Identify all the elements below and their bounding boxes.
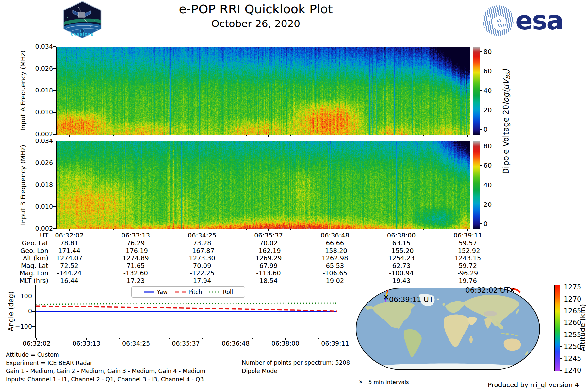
- angle-xminor: [103, 338, 103, 339]
- points-note: Number of points per spectrum: 5208: [242, 359, 350, 366]
- ephemeris-cell: -155.20: [372, 247, 431, 254]
- angle-xminor: [302, 338, 302, 339]
- altitude-cbar-tick: [560, 346, 562, 347]
- ephemeris-cell: 17.94: [173, 277, 232, 285]
- spec-a-xminor: [313, 135, 313, 136]
- spec-b-ytick-label: 0.026: [29, 159, 53, 166]
- cbar-b-tick-label: 40: [483, 181, 492, 189]
- spec-a-xminor: [180, 135, 180, 136]
- ephemeris-cell: 1273.30: [173, 254, 232, 262]
- angle-xtick-label: 06:32:02: [14, 340, 59, 347]
- spec-a-xtick: [401, 135, 402, 137]
- spec-a-xtick: [136, 135, 136, 137]
- spec-b-xminor: [158, 229, 158, 230]
- mode-note: Dipole Mode: [242, 368, 277, 374]
- ephemeris-cell: 1254.23: [372, 254, 431, 262]
- map-body: [355, 286, 541, 372]
- esa-globe-icon: e: [483, 5, 514, 36]
- cbar-b-tick-label: 0: [483, 220, 488, 228]
- spec-b-ytick: [53, 228, 56, 229]
- spec-a-xtick: [467, 135, 468, 137]
- ephemeris-cell: 72.52: [40, 262, 99, 270]
- angle-xtick-label: 06:35:37: [163, 340, 209, 347]
- angle-xtick: [136, 338, 137, 340]
- spec-b-xminor: [246, 229, 247, 230]
- spec-a-xminor: [290, 135, 291, 136]
- angle-xtick: [86, 338, 87, 340]
- angle-xminor: [153, 338, 153, 339]
- angle-xtick: [236, 338, 236, 340]
- ephemeris-cell: 59.72: [438, 262, 497, 270]
- ephemeris-cell: 67.99: [239, 262, 298, 270]
- altitude-cbar-tick-label: 1250: [564, 343, 581, 351]
- cbar-a-tick: [480, 110, 482, 110]
- ephemeris-cell: 19.76: [438, 277, 497, 285]
- angle-xminor: [53, 338, 53, 339]
- legend-entry-roll: Roll: [209, 289, 233, 295]
- spec-a-xminor: [379, 135, 379, 136]
- voltage-colorbar-label: Dipole Voltage 20log(μVBS): [501, 69, 511, 174]
- world-map: [355, 286, 541, 372]
- ephemeris-cell: -152.92: [438, 247, 497, 254]
- cbar-b-tick-label: 80: [483, 142, 492, 150]
- spec-a-ytick-label: 0.026: [29, 65, 53, 72]
- ephemeris-cell: 06:34:25: [173, 232, 232, 239]
- spec-b-xminor: [113, 229, 114, 230]
- angle-xminor: [119, 338, 120, 339]
- spec-b-xminor: [313, 229, 313, 230]
- angle-xminor: [70, 338, 70, 339]
- legend-entry-yaw: Yaw: [143, 289, 168, 295]
- angle-ytick: [32, 296, 35, 297]
- angle-xminor: [318, 338, 319, 339]
- angle-xtick: [36, 338, 37, 340]
- cbar-a-tick: [480, 51, 482, 52]
- voltage-colorbar-a: [473, 47, 480, 135]
- ephemeris-cell: 76.29: [106, 239, 165, 247]
- angle-xminor: [252, 338, 253, 339]
- ephemeris-cell: 19.02: [305, 277, 364, 285]
- cassiope-logo-text: CASSIOPE: [71, 33, 94, 36]
- ephemeris-cell: -122.25: [173, 270, 232, 277]
- ephemeris-cell: 17.23: [106, 277, 165, 285]
- angle-ytick-label: 0: [9, 307, 32, 315]
- spec-a-xminor: [224, 135, 224, 136]
- legend-line-yaw-icon: [143, 290, 155, 294]
- spec-b-xtick: [136, 229, 136, 231]
- spec-a-ytick: [53, 90, 56, 91]
- cbar-a-tick-label: 60: [483, 67, 492, 75]
- ephemeris-cell: 66.66: [305, 239, 364, 247]
- spec-a-ytick-label: 0.002: [29, 130, 53, 138]
- ephemeris-cell: -106.65: [305, 270, 364, 277]
- ephemeris-cell: -176.19: [106, 247, 165, 254]
- cbar-b-tick-label: 20: [483, 201, 492, 208]
- spec-a-ytick: [53, 134, 56, 135]
- spec-b-xtick: [268, 229, 269, 231]
- spec-b-xminor: [423, 229, 424, 230]
- page-title: e-POP RRI Quicklook Plot: [125, 2, 386, 16]
- spec-a-xminor: [158, 135, 158, 136]
- ephemeris-cell: 70.02: [239, 239, 298, 247]
- ephemeris-cell: 63.15: [372, 239, 431, 247]
- spec-b-ytick-label: 0.010: [29, 203, 53, 210]
- angle-ytick-label: −100: [9, 323, 32, 330]
- angle-plot-legend: YawPitchRoll: [131, 286, 245, 298]
- spec-b-ytick: [53, 163, 56, 163]
- esa-logo: e esa: [483, 5, 563, 36]
- ephemeris-cell: -96.29: [438, 270, 497, 277]
- legend-entry-pitch: Pitch: [175, 289, 202, 295]
- cbar-a-tick-label: 20: [483, 106, 492, 114]
- altitude-cbar-tick-label: 1240: [564, 367, 581, 374]
- spectrogram-a-heatmap: [57, 47, 470, 135]
- cbar-b-tick-label: 60: [483, 161, 492, 169]
- experiment-note: Experiment = ICE BEAR Radar: [6, 360, 92, 366]
- spectrogram-b-plot: [56, 141, 470, 229]
- ephemeris-cell: 71.65: [106, 262, 165, 270]
- altitude-cbar-tick-label: 1275: [564, 283, 581, 291]
- angle-xminor: [219, 338, 219, 339]
- ephemeris-cell: 19.43: [372, 277, 431, 285]
- gains-note: Gain 1 - Medium, Gain 2 - Medium, Gain 3…: [6, 368, 205, 374]
- inputs-note: Inputs: Channel 1 - I1, Channel 2 - Q1, …: [6, 376, 204, 383]
- ephemeris-cell: 65.53: [305, 262, 364, 270]
- spec-b-xminor: [379, 229, 379, 230]
- cbar-b-tick: [480, 204, 482, 205]
